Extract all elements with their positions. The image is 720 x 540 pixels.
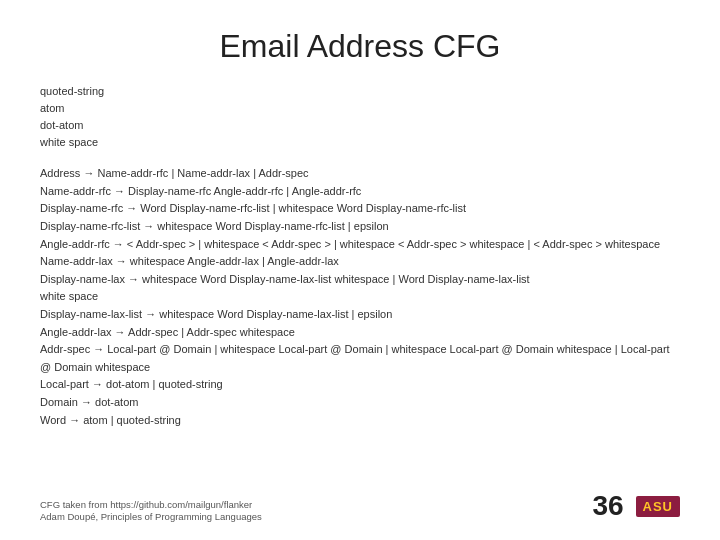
- grammar-line-8: white space: [40, 288, 680, 306]
- footer-credit: Adam Doupé, Principles of Programming La…: [40, 511, 262, 522]
- grammar-line-11: Addr-spec → Local-part @ Domain | whites…: [40, 341, 680, 376]
- grammar-line-9: Display-name-lax-list → whitespace Word …: [40, 306, 680, 324]
- grammar-line-4: Display-name-rfc-list → whitespace Word …: [40, 218, 680, 236]
- asu-logo-text: ASU: [636, 496, 680, 517]
- footer-right: 36 ASU: [592, 490, 680, 522]
- grammar-line-12: Local-part → dot-atom | quoted-string: [40, 376, 680, 394]
- def-quoted-string: quoted-string: [40, 83, 680, 100]
- grammar-line-13: Domain → dot-atom: [40, 394, 680, 412]
- def-dot-atom: dot-atom: [40, 117, 680, 134]
- grammar-line-3: Display-name-rfc → Word Display-name-rfc…: [40, 200, 680, 218]
- grammar-line-10: Angle-addr-lax → Addr-spec | Addr-spec w…: [40, 324, 680, 342]
- grammar-line-1: Address → Name-addr-rfc | Name-addr-lax …: [40, 165, 680, 183]
- def-atom: atom: [40, 100, 680, 117]
- grammar-line-2: Name-addr-rfc → Display-name-rfc Angle-a…: [40, 183, 680, 201]
- grammar-line-14: Word → atom | quoted-string: [40, 412, 680, 430]
- page: Email Address CFG quoted-string atom dot…: [0, 0, 720, 540]
- footer-left: CFG taken from https://github.com/mailgu…: [40, 499, 262, 522]
- grammar-block: Address → Name-addr-rfc | Name-addr-lax …: [40, 165, 680, 429]
- footer-source: CFG taken from https://github.com/mailgu…: [40, 499, 262, 510]
- page-number: 36: [592, 490, 623, 522]
- definitions-block: quoted-string atom dot-atom white space: [40, 83, 680, 151]
- grammar-line-6: Name-addr-lax → whitespace Angle-addr-la…: [40, 253, 680, 271]
- grammar-line-5: Angle-addr-rfc → < Addr-spec > | whitesp…: [40, 236, 680, 254]
- footer: CFG taken from https://github.com/mailgu…: [40, 490, 680, 522]
- page-title: Email Address CFG: [40, 0, 680, 83]
- grammar-line-7: Display-name-lax → whitespace Word Displ…: [40, 271, 680, 289]
- def-whitespace: white space: [40, 134, 680, 151]
- asu-logo: ASU: [636, 496, 680, 517]
